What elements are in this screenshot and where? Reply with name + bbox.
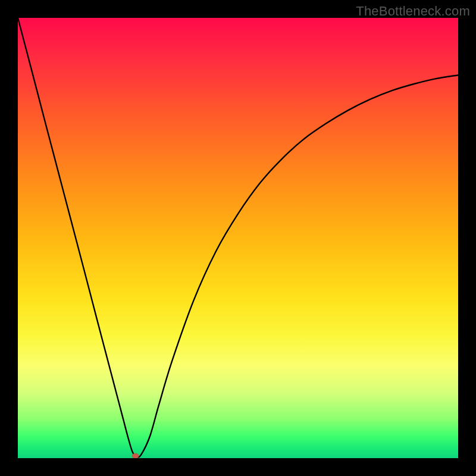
watermark-text: TheBottleneck.com: [356, 4, 470, 19]
plot-area: [18, 18, 458, 458]
